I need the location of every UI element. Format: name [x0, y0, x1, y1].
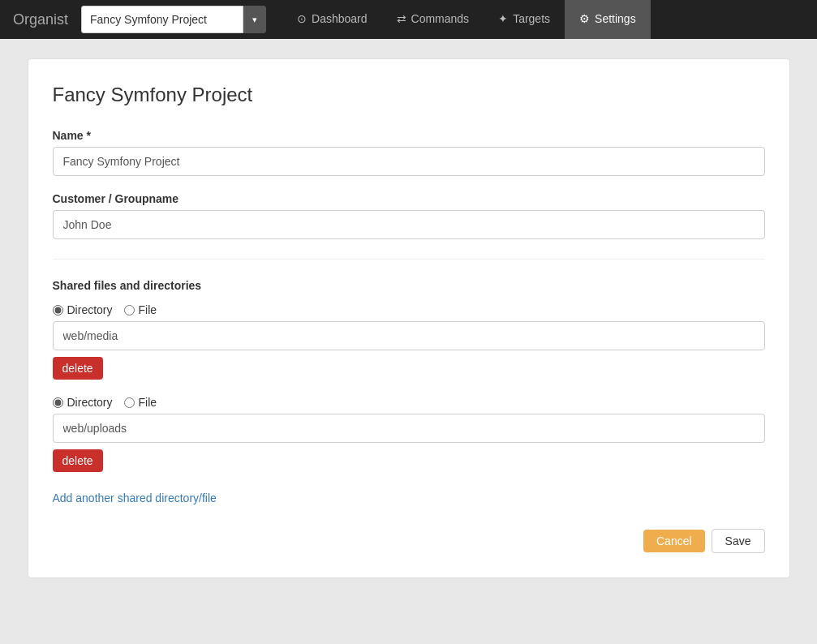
shared-files-group: Shared files and directories Directory F… — [53, 279, 765, 504]
nav-link-targets-label: Targets — [513, 12, 550, 25]
project-selector[interactable]: Fancy Symfony Project ▾ — [81, 6, 266, 33]
cancel-button[interactable]: Cancel — [643, 530, 705, 552]
nav-link-commands-label: Commands — [411, 12, 470, 25]
nav-link-targets[interactable]: ✦ Targets — [484, 0, 565, 39]
shared-item-0-path-input[interactable] — [53, 321, 765, 350]
shared-item-1-delete-button[interactable]: delete — [53, 449, 103, 472]
form-card: Fancy Symfony Project Name * Customer / … — [28, 58, 790, 578]
nav-link-settings-label: Settings — [595, 12, 636, 25]
shared-item-0-directory-label: Directory — [67, 303, 113, 316]
add-shared-link[interactable]: Add another shared directory/file — [53, 492, 217, 504]
shared-item-1-directory-label: Directory — [67, 396, 113, 409]
navbar: Organist Fancy Symfony Project ▾ ⊙ Dashb… — [0, 0, 817, 39]
save-button[interactable]: Save — [712, 529, 765, 553]
shared-item-0-file-option[interactable]: File — [124, 303, 157, 316]
shared-item-0-delete-button[interactable]: delete — [53, 357, 103, 380]
shared-files-label: Shared files and directories — [53, 279, 765, 292]
targets-icon: ✦ — [498, 12, 508, 25]
divider — [53, 259, 765, 260]
commands-icon: ⇄ — [397, 12, 406, 25]
shared-item-0: Directory File delete — [53, 303, 765, 380]
dashboard-icon: ⊙ — [297, 12, 307, 25]
shared-item-1: Directory File delete — [53, 396, 765, 472]
shared-item-1-file-label: File — [139, 396, 157, 409]
name-input[interactable] — [53, 147, 765, 176]
nav-link-settings[interactable]: ⚙ Settings — [565, 0, 651, 39]
form-title: Fancy Symfony Project — [53, 84, 765, 106]
nav-link-commands[interactable]: ⇄ Commands — [382, 0, 484, 39]
shared-item-1-radio-group: Directory File — [53, 396, 765, 409]
nav-link-dashboard-label: Dashboard — [312, 12, 368, 25]
shared-item-0-file-label: File — [139, 303, 157, 316]
shared-item-1-path-input[interactable] — [53, 414, 765, 443]
shared-item-0-directory-radio[interactable] — [53, 305, 63, 316]
brand-label: Organist — [13, 11, 68, 28]
shared-item-0-file-radio[interactable] — [124, 305, 135, 316]
nav-link-dashboard[interactable]: ⊙ Dashboard — [282, 0, 382, 39]
nav-links: ⊙ Dashboard ⇄ Commands ✦ Targets ⚙ Setti… — [282, 0, 651, 39]
shared-item-1-file-radio[interactable] — [124, 397, 135, 408]
shared-item-0-radio-group: Directory File — [53, 303, 765, 316]
shared-item-1-directory-radio[interactable] — [53, 397, 63, 408]
customer-group: Customer / Groupname — [53, 192, 765, 239]
name-group: Name * — [53, 129, 765, 176]
shared-item-0-directory-option[interactable]: Directory — [53, 303, 113, 316]
shared-item-1-directory-option[interactable]: Directory — [53, 396, 113, 409]
name-label: Name * — [53, 129, 765, 142]
settings-icon: ⚙ — [579, 12, 590, 25]
main-content: Fancy Symfony Project Name * Customer / … — [0, 39, 817, 644]
customer-input[interactable] — [53, 210, 765, 239]
form-actions: Cancel Save — [53, 529, 765, 553]
project-select-caret[interactable]: ▾ — [243, 6, 266, 33]
customer-label: Customer / Groupname — [53, 192, 765, 205]
project-select-input[interactable]: Fancy Symfony Project — [81, 6, 243, 33]
shared-item-1-file-option[interactable]: File — [124, 396, 157, 409]
